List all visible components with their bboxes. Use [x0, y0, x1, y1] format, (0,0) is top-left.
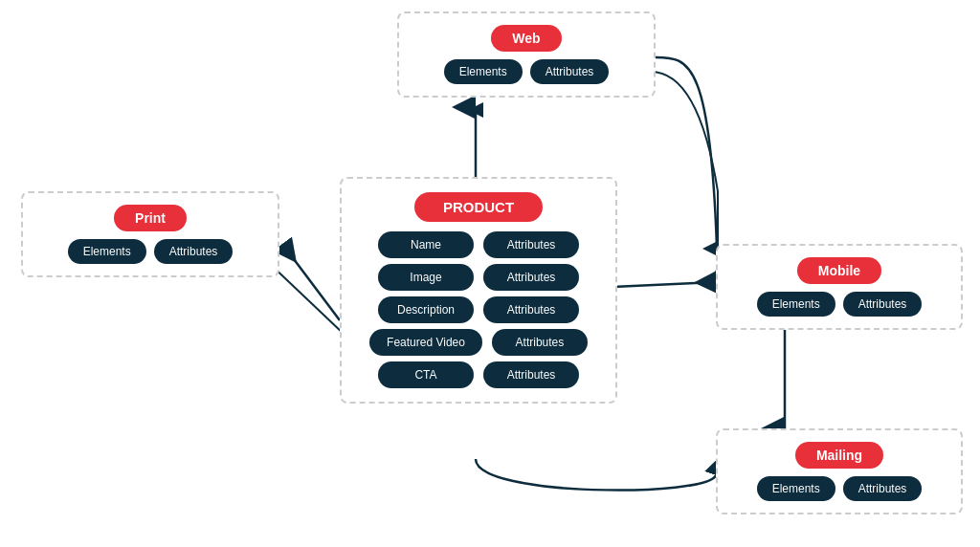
diagram-container: Web Elements Attributes Print Elements A…	[0, 0, 980, 547]
mailing-title: Mailing	[795, 442, 883, 469]
mobile-node: Mobile Elements Attributes	[716, 244, 963, 330]
print-title: Print	[114, 205, 187, 231]
product-cta-attr-btn[interactable]: Attributes	[483, 361, 579, 388]
print-buttons: Elements Attributes	[68, 239, 234, 264]
product-cta-btn[interactable]: CTA	[378, 361, 474, 388]
mobile-elements-btn[interactable]: Elements	[757, 292, 835, 317]
product-row-featured-video: Featured Video Attributes	[369, 329, 588, 356]
web-node: Web Elements Attributes	[397, 11, 656, 98]
mailing-elements-btn[interactable]: Elements	[757, 476, 835, 501]
product-description-attr-btn[interactable]: Attributes	[483, 296, 579, 323]
mailing-attributes-btn[interactable]: Attributes	[843, 476, 923, 501]
web-buttons: Elements Attributes	[444, 59, 610, 84]
product-name-attr-btn[interactable]: Attributes	[483, 231, 579, 258]
print-node: Print Elements Attributes	[21, 191, 279, 277]
product-row-name: Name Attributes	[378, 231, 579, 258]
print-attributes-btn[interactable]: Attributes	[154, 239, 234, 264]
product-name-btn[interactable]: Name	[378, 231, 474, 258]
product-image-btn[interactable]: Image	[378, 264, 474, 291]
product-description-btn[interactable]: Description	[378, 296, 474, 323]
mailing-buttons: Elements Attributes	[757, 476, 923, 501]
mobile-attributes-btn[interactable]: Attributes	[843, 292, 923, 317]
product-title: PRODUCT	[414, 192, 543, 222]
product-row-cta: CTA Attributes	[378, 361, 579, 388]
web-title: Web	[491, 25, 561, 52]
product-node: PRODUCT Name Attributes Image Attributes…	[340, 177, 617, 404]
product-featured-video-attr-btn[interactable]: Attributes	[492, 329, 588, 356]
product-featured-video-btn[interactable]: Featured Video	[369, 329, 482, 356]
product-image-attr-btn[interactable]: Attributes	[483, 264, 579, 291]
mailing-node: Mailing Elements Attributes	[716, 428, 963, 514]
print-elements-btn[interactable]: Elements	[68, 239, 146, 264]
mobile-buttons: Elements Attributes	[757, 292, 923, 317]
mobile-title: Mobile	[797, 257, 881, 284]
product-row-description: Description Attributes	[378, 296, 579, 323]
web-attributes-btn[interactable]: Attributes	[530, 59, 610, 84]
web-elements-btn[interactable]: Elements	[444, 59, 523, 84]
product-row-image: Image Attributes	[378, 264, 579, 291]
